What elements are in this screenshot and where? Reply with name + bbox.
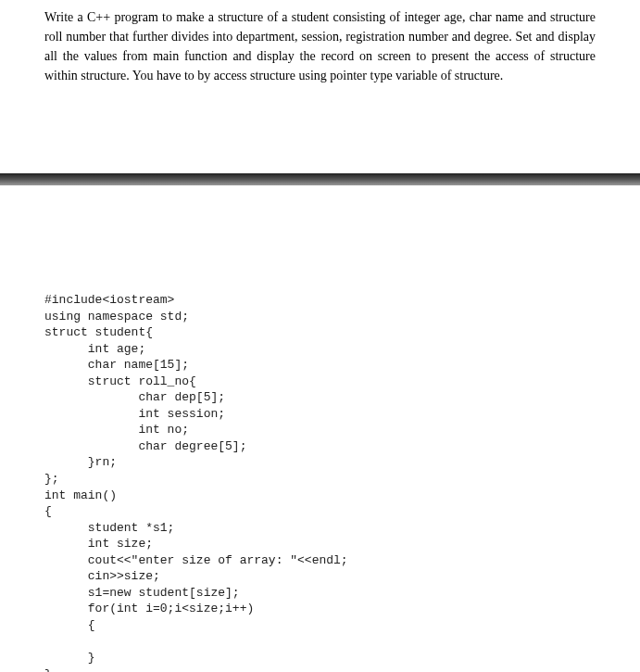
question-paragraph: Write a C++ program to make a structure … [44,7,596,85]
code-section: #include<iostream> using namespace std; … [0,185,640,672]
question-section: Write a C++ program to make a structure … [0,0,640,85]
code-block: #include<iostream> using namespace std; … [44,292,596,672]
section-divider [0,173,640,185]
